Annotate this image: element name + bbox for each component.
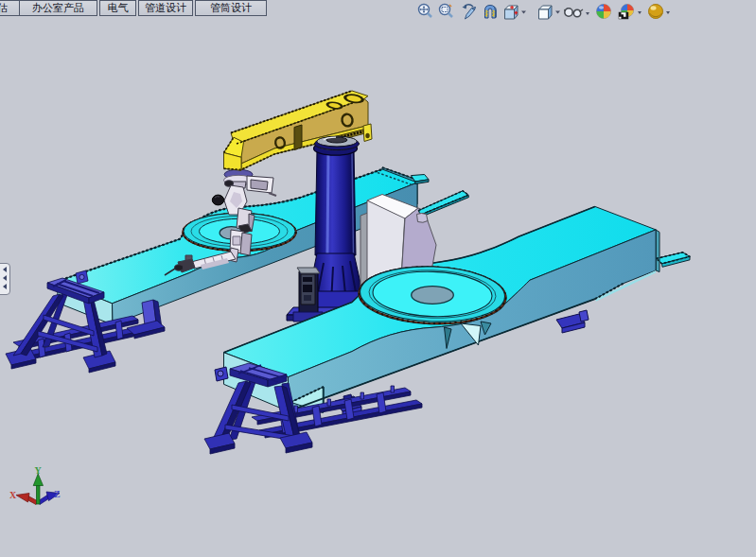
svg-text:Z: Z — [54, 489, 61, 499]
svg-text:X: X — [9, 490, 17, 500]
svg-text:Y: Y — [35, 465, 43, 476]
